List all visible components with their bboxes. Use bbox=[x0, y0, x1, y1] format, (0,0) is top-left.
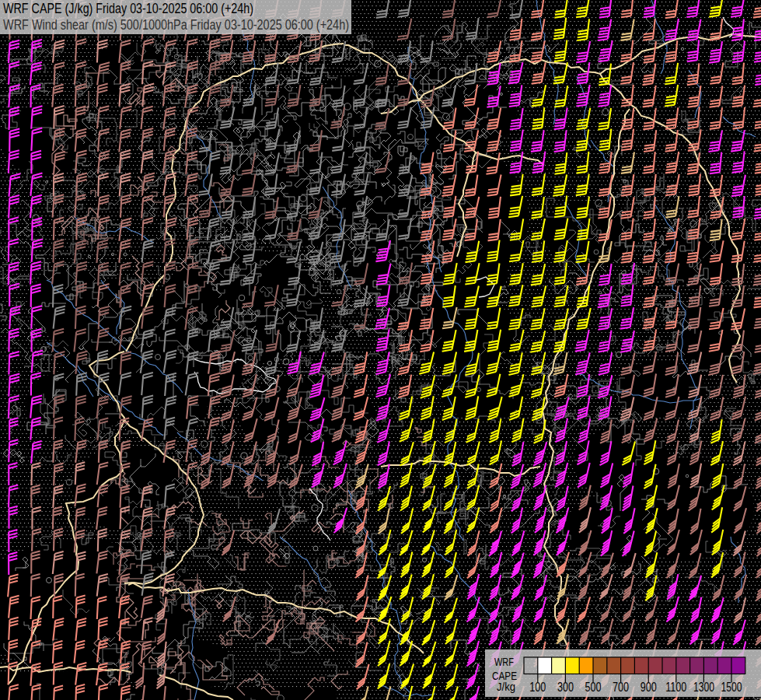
svg-text:300: 300 bbox=[557, 680, 574, 695]
svg-text:WRF CAPE (J/kg) Friday 03-10-2: WRF CAPE (J/kg) Friday 03-10-2025 06:00 … bbox=[3, 1, 253, 16]
svg-text:WRF: WRF bbox=[494, 655, 514, 668]
svg-text:700: 700 bbox=[613, 680, 629, 695]
svg-text:1100: 1100 bbox=[665, 680, 686, 695]
svg-text:1300: 1300 bbox=[693, 680, 714, 695]
svg-text:100: 100 bbox=[529, 680, 546, 695]
svg-text:WRF Wind shear (m/s) 500/1000h: WRF Wind shear (m/s) 500/1000hPa Friday … bbox=[3, 17, 349, 33]
svg-text:900: 900 bbox=[641, 680, 657, 695]
svg-text:1500: 1500 bbox=[721, 680, 742, 695]
svg-text:500: 500 bbox=[585, 680, 602, 695]
svg-text:J/kg: J/kg bbox=[497, 680, 515, 693]
